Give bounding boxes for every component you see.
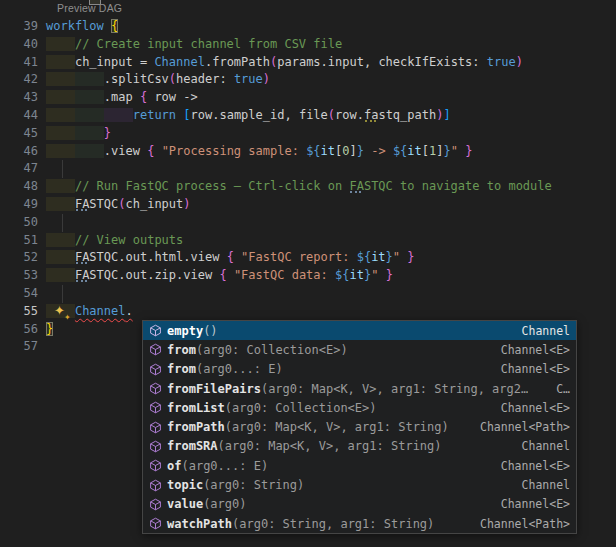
suggestion-signature: (arg0: Map<K, V>, arg1: String) xyxy=(218,439,442,453)
code-token: } xyxy=(386,250,393,264)
suggestion-item[interactable]: fromSRA(arg0: Map<K, V>, arg1: String)Ch… xyxy=(143,437,576,456)
method-cube-icon xyxy=(147,323,163,339)
line-number[interactable]: 41 xyxy=(0,54,46,72)
suggestion-item[interactable]: from(arg0: Collection<E>)Channel<E> xyxy=(143,340,576,359)
code-line[interactable]: 44 return [row.sample_id, file(row.fastq… xyxy=(0,107,616,125)
suggestion-return-type: Channel<E> xyxy=(493,343,570,357)
code-text: .view { "Processing sample: ${it[0]} -> … xyxy=(46,143,616,161)
indent-highlight xyxy=(46,250,75,264)
code-line[interactable]: 46 .view { "Processing sample: ${it[0]} … xyxy=(0,143,616,161)
line-number[interactable]: 50 xyxy=(0,214,46,232)
code-token: .out.html.view xyxy=(118,250,226,264)
suggestion-item[interactable]: from(arg0...: E)Channel<E> xyxy=(143,360,576,379)
code-token: FASTQC xyxy=(75,268,118,282)
code-token: fastq_path xyxy=(364,108,436,122)
line-number[interactable]: 39 xyxy=(0,18,46,36)
indent-highlight xyxy=(104,108,133,122)
code-line[interactable]: 55 Channel.✦✦ xyxy=(0,303,616,321)
code-editor[interactable]: Preview DAG 39workflow {40 // Create inp… xyxy=(0,0,616,547)
indent-highlight xyxy=(46,108,75,122)
code-line[interactable]: 47 xyxy=(0,160,616,178)
code-token: } xyxy=(458,144,472,158)
suggestion-return-type: Channel xyxy=(514,478,570,492)
code-token: ) xyxy=(263,72,270,86)
line-number[interactable]: 44 xyxy=(0,107,46,125)
code-token: ${ xyxy=(393,144,407,158)
code-token: "Processing sample: xyxy=(162,144,307,158)
suggestion-item[interactable]: topic(arg0: String)Channel xyxy=(143,475,576,494)
code-text xyxy=(46,214,616,232)
code-token: params.input, checkIfExists: xyxy=(277,55,487,69)
code-line[interactable]: 51 // View outputs xyxy=(0,232,616,250)
code-line[interactable]: 43 .map { row -> xyxy=(0,89,616,107)
suggestion-label: empty xyxy=(167,324,203,338)
code-token: ( xyxy=(118,197,125,211)
code-line[interactable]: 40 // Create input channel from CSV file xyxy=(0,36,616,54)
code-token: "FastQC report: xyxy=(241,250,357,264)
line-number[interactable]: 45 xyxy=(0,125,46,143)
code-line[interactable]: 41 ch_input = Channel.fromPath(params.in… xyxy=(0,54,616,72)
suggestion-signature: (arg0: Map<K, V>, arg1: String, arg2… xyxy=(261,382,528,396)
suggestion-return-type: Channel<E> xyxy=(493,401,570,415)
suggestion-item[interactable]: fromFilePairs(arg0: Map<K, V>, arg1: Str… xyxy=(143,379,576,398)
code-token: ) xyxy=(183,197,190,211)
suggestion-item[interactable]: watchPath(arg0: String, arg1: String)Cha… xyxy=(143,514,576,533)
copilot-sparkle-icon[interactable]: ✦✦ xyxy=(53,303,79,320)
line-number[interactable]: 40 xyxy=(0,36,46,54)
code-line[interactable]: 54 xyxy=(0,285,616,303)
code-token: .out.zip.view xyxy=(118,268,219,282)
line-number[interactable]: 46 xyxy=(0,143,46,161)
code-text: Channel. xyxy=(46,303,616,321)
indent-highlight xyxy=(75,108,104,122)
code-token: { xyxy=(111,19,118,33)
code-line[interactable]: 52 FASTQC.out.html.view { "FastQC report… xyxy=(0,249,616,267)
code-line[interactable]: 39workflow { xyxy=(0,18,616,36)
code-line[interactable]: 42 .splitCsv(header: true) xyxy=(0,71,616,89)
indent-guide xyxy=(62,160,63,178)
suggestion-item[interactable]: fromPath(arg0: Map<K, V>, arg1: String)C… xyxy=(143,417,576,436)
suggestion-label: topic xyxy=(167,478,203,492)
line-number[interactable]: 52 xyxy=(0,249,46,267)
suggestion-label: fromPath xyxy=(167,420,225,434)
suggestion-signature: (arg0...: E) xyxy=(196,362,283,376)
code-token: { xyxy=(227,250,241,264)
method-cube-icon xyxy=(147,438,163,454)
line-number[interactable]: 55 xyxy=(0,303,46,321)
suggestion-item[interactable]: of(arg0...: E)Channel<E> xyxy=(143,456,576,475)
line-number[interactable]: 42 xyxy=(0,71,46,89)
line-number[interactable]: 48 xyxy=(0,178,46,196)
line-number[interactable]: 43 xyxy=(0,89,46,107)
code-token: 0 xyxy=(342,144,349,158)
code-line[interactable]: 50 xyxy=(0,214,616,232)
code-text: FASTQC(ch_input) xyxy=(46,196,616,214)
suggestion-label: of xyxy=(167,459,181,473)
method-cube-icon xyxy=(147,400,163,416)
code-token: ) xyxy=(516,55,523,69)
indent-highlight xyxy=(46,55,75,69)
indent-highlight xyxy=(46,37,75,51)
method-cube-icon xyxy=(147,458,163,474)
suggestion-signature: () xyxy=(203,324,217,338)
line-number[interactable]: 49 xyxy=(0,196,46,214)
code-line[interactable]: 49 FASTQC(ch_input) xyxy=(0,196,616,214)
code-token: ${ xyxy=(335,268,349,282)
code-line[interactable]: 45 } xyxy=(0,125,616,143)
line-number[interactable]: 47 xyxy=(0,160,46,178)
suggestion-label: fromList xyxy=(167,401,225,415)
line-number[interactable]: 54 xyxy=(0,285,46,303)
line-number[interactable]: 56 xyxy=(0,321,46,339)
code-line[interactable]: 48 // Run FastQC process – Ctrl-click on… xyxy=(0,178,616,196)
line-number[interactable]: 57 xyxy=(0,338,46,356)
code-token: Channel xyxy=(75,304,126,318)
suggestion-item[interactable]: empty()Channel xyxy=(143,321,576,340)
line-number[interactable]: 53 xyxy=(0,267,46,285)
code-text xyxy=(46,285,616,303)
code-line[interactable]: 53 FASTQC.out.zip.view { "FastQC data: $… xyxy=(0,267,616,285)
suggestion-item[interactable]: value(arg0)Channel<E> xyxy=(143,495,576,514)
suggestion-label: from xyxy=(167,343,196,357)
code-token: .view xyxy=(104,144,147,158)
suggestion-item[interactable]: fromList(arg0: Collection<E>)Channel<E> xyxy=(143,398,576,417)
code-token: // Create input channel from CSV file xyxy=(75,37,342,51)
line-number[interactable]: 51 xyxy=(0,232,46,250)
suggestion-signature: (arg0: Map<K, V>, arg1: String) xyxy=(225,420,449,434)
